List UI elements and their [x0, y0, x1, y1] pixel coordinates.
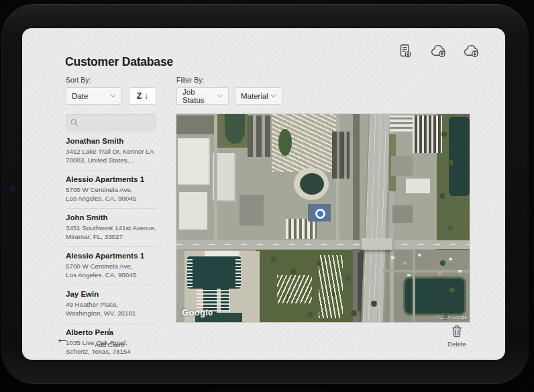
page-title: Customer Database: [65, 55, 173, 69]
map-trees: [270, 256, 276, 262]
chevron-down-icon: [110, 94, 116, 98]
map-pond: [278, 129, 292, 156]
client-list-item[interactable]: Jonathan Smith 3412 Lake Trail Dr, Kenne…: [66, 132, 156, 170]
material-dropdown[interactable]: Material: [235, 87, 282, 105]
client-address-line2: Schertz, Texas, 78154: [66, 348, 131, 355]
search-input[interactable]: [81, 118, 152, 126]
map-warehouse-striped: [286, 219, 317, 239]
trash-icon: [451, 325, 462, 338]
map-pond: [300, 173, 324, 195]
map-building: [179, 192, 207, 230]
client-address-line2: Los Angeles, CA, 90045: [66, 271, 136, 279]
add-client-label: Add Client: [95, 341, 124, 348]
sort-date-dropdown[interactable]: Date: [66, 87, 122, 105]
map-boats: [235, 258, 241, 287]
map-road-dashes: [176, 244, 470, 245]
map-overpass: [362, 238, 392, 250]
client-address-line2: Washington, WV, 26181: [66, 309, 136, 317]
add-client-button[interactable]: + Add Client: [87, 325, 132, 348]
map-trees: [441, 132, 447, 137]
filter-by-label: Filter By:: [176, 76, 204, 84]
client-address-line1: 3412 Lake Trail Dr, Kenner LA: [66, 148, 154, 155]
cloud-download-icon: [462, 43, 480, 59]
client-address-line2: 70003, United States,...: [66, 156, 134, 164]
map-attribution: ©2024 Google: [437, 315, 467, 320]
app-screen: Customer Database: [22, 28, 505, 360]
delete-button[interactable]: Delete: [438, 325, 476, 348]
client-name: Jonathan Smith: [66, 137, 156, 145]
map-building: [178, 138, 210, 185]
front-camera: [10, 187, 15, 191]
cloud-upload-icon: [429, 43, 447, 59]
client-list-item[interactable]: Alessio Apartments 1 5700 W Centinela Av…: [66, 170, 156, 209]
map-apartment-rows: [248, 115, 272, 157]
map-satellite-view[interactable]: Google ©2024 Google: [176, 114, 470, 322]
map-parking-rows: [332, 132, 350, 179]
map-street: [383, 270, 470, 273]
map-street: [413, 250, 415, 322]
map-building-rows: [390, 115, 413, 132]
map-canal: [449, 117, 470, 196]
client-address-line1: 49 Heather Place,: [66, 301, 118, 308]
sort-order-arrow-icon: ↓: [144, 92, 148, 100]
map-street: [214, 114, 217, 243]
cloud-download-button[interactable]: [462, 42, 480, 60]
client-address-line1: 5700 W Centinela Ave,: [66, 186, 133, 193]
map-marina-basin: [187, 256, 241, 289]
client-list-item[interactable]: Jay Ewin 49 Heather Place,Washington, WV…: [66, 285, 156, 324]
google-logo: Google: [182, 307, 213, 317]
export-document-icon: [397, 43, 413, 59]
job-status-value: Job Status: [182, 88, 217, 104]
map-mobile-homes: [319, 255, 343, 318]
map-boats: [187, 258, 193, 287]
client-name: John Smith: [66, 213, 156, 222]
client-address-line1: 5700 W Centinela Ave,: [66, 262, 133, 270]
map-building: [176, 115, 214, 134]
material-value: Material: [241, 92, 268, 100]
map-pond: [225, 114, 245, 144]
client-name: Alessio Apartments 1: [66, 252, 156, 260]
client-address-line1: 3451 Southwest 141st Avenue,: [66, 224, 156, 232]
header-action-icons: [396, 42, 480, 60]
client-name: Jay Ewin: [66, 290, 156, 298]
client-name: Alessio Apartments 1: [66, 175, 156, 183]
client-list-item[interactable]: Alessio Apartments 1 5700 W Centinela Av…: [66, 247, 156, 285]
sort-order-letter: Z: [137, 91, 142, 101]
client-address-line2: Miramar, FL, 33027: [66, 233, 123, 240]
map-warehouse-striped: [413, 115, 442, 153]
tablet-device-frame: Customer Database: [1, 4, 529, 384]
job-status-dropdown[interactable]: Job Status: [176, 87, 229, 105]
map-building: [406, 179, 430, 193]
plus-icon: +: [105, 325, 114, 338]
map-building: [239, 195, 264, 226]
map-mobile-homes: [277, 275, 312, 303]
search-icon: [70, 118, 78, 127]
chevron-down-icon: [270, 94, 276, 98]
chevron-down-icon: [217, 94, 223, 98]
back-button[interactable]: ←: [56, 331, 69, 346]
map-marker[interactable]: [315, 209, 325, 219]
map-building: [391, 156, 413, 176]
client-address-line2: Los Angeles, CA, 90045: [66, 195, 136, 202]
sort-order-button[interactable]: Z ↓: [129, 87, 156, 105]
cloud-upload-button[interactable]: [429, 42, 447, 60]
client-list-item[interactable]: John Smith 3451 Southwest 141st Avenue,M…: [66, 209, 156, 247]
export-document-button[interactable]: [396, 42, 415, 60]
client-search-field[interactable]: [66, 114, 156, 130]
sort-date-value: Date: [72, 92, 88, 100]
sort-by-label: Sort By:: [66, 76, 91, 84]
map-building: [392, 205, 413, 223]
delete-label: Delete: [447, 340, 466, 348]
map-houses: [391, 256, 394, 259]
